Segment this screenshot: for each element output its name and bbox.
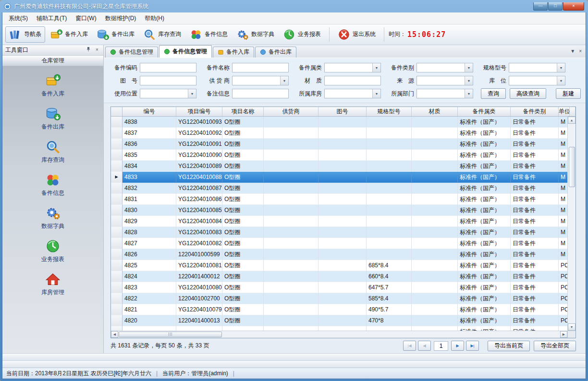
advanced-query-button[interactable]: 高级查询	[510, 88, 546, 99]
export-current-page-button[interactable]: 导出当前页	[488, 341, 530, 351]
menu-tools[interactable]: 辅助工具(T)	[32, 12, 71, 24]
table-row[interactable]: 4835 YG12204010090 O型圈 标准件（国产） 日常备件 M	[111, 150, 567, 161]
category-select[interactable]: ▼	[324, 63, 381, 72]
tab-parts-info-mgmt-1[interactable]: 备件信息管理	[105, 47, 158, 58]
page-number-input[interactable]	[434, 341, 448, 351]
toolbar-stock-query-button[interactable]: 库存查询	[139, 26, 185, 43]
supplier-select[interactable]: ▼	[232, 76, 289, 85]
sidebar-item-warehouse-mgmt[interactable]: 库房管理	[19, 272, 86, 297]
table-row[interactable]: 4836 YG12204010091 O型圈 标准件（国产） 日常备件 M	[111, 139, 567, 150]
first-page-button[interactable]: |◀	[403, 341, 416, 351]
tab-list-dropdown-icon[interactable]: ▼	[570, 48, 575, 54]
menu-system[interactable]: 系统(S)	[4, 12, 32, 24]
query-button[interactable]: 查询	[481, 88, 506, 99]
column-header[interactable]: 单位	[559, 107, 570, 116]
column-header[interactable]: 备件类别	[511, 107, 559, 116]
export-all-pages-button[interactable]: 导出全部页	[534, 341, 576, 351]
prev-page-button[interactable]: ◀	[418, 341, 431, 351]
tab-parts-info-mgmt-2[interactable]: 备件信息管理	[159, 45, 212, 58]
table-cell: O型圈	[222, 238, 264, 249]
part-name-input[interactable]	[232, 63, 289, 72]
table-row[interactable]: 4825 YG12204010081 O型圈 685*8.4 标准件（国产） 日…	[111, 260, 567, 271]
column-header[interactable]: 项目名称	[222, 107, 264, 116]
sidebar-item-parts-in[interactable]: 备件入库	[19, 73, 86, 98]
table-row[interactable]: 4832 YG12204010087 O型圈 标准件（国产） 日常备件 M	[111, 183, 567, 194]
table-cell	[318, 227, 367, 238]
scroll-down-icon[interactable]: ▼	[568, 323, 576, 331]
table-row[interactable]: 4834 YG12204010089 O型圈 标准件（国产） 日常备件 M	[111, 161, 567, 172]
tab-close-icon[interactable]: ×	[579, 48, 582, 54]
table-row[interactable]: 4821 YG12204010079 O型圈 490*5.7 标准件（国产） 日…	[111, 304, 567, 315]
horizontal-scrollbar[interactable]: ◀ ▶	[111, 331, 567, 338]
minimize-button[interactable]: —	[533, 2, 548, 11]
warehouse-select[interactable]: ▼	[324, 89, 381, 98]
menu-data[interactable]: 数据维护(D)	[101, 12, 141, 24]
vertical-scrollbar[interactable]: ▲ ▼	[567, 117, 576, 331]
department-select[interactable]: ▼	[416, 89, 473, 98]
table-row[interactable]: 4828 YG12204010083 O型圈 标准件（国产） 日常备件 M	[111, 227, 567, 238]
close-button[interactable]: ×	[563, 2, 584, 11]
table-row[interactable]: 4830 YG12204010085 O型圈 标准件（国产） 日常备件 M	[111, 205, 567, 216]
column-header[interactable]: 编号	[122, 107, 176, 116]
toolbar-exit-button[interactable]: 退出系统	[334, 26, 380, 43]
sidebar-item-stock-query[interactable]: 库存查询	[19, 139, 86, 164]
table-row[interactable]: 4820 1220401400013 O型圈 470*8 标准件（国产） 日常备…	[111, 315, 567, 326]
table-row[interactable]: 4831 YG12204010086 O型圈 标准件（国产） 日常备件 M	[111, 194, 567, 205]
column-header[interactable]: 图号	[318, 107, 367, 116]
scroll-up-icon[interactable]: ▲	[568, 117, 576, 124]
maximize-button[interactable]: □	[548, 2, 563, 11]
new-button[interactable]: 新建	[556, 88, 581, 99]
table-row[interactable]: 4823 YG12204010080 O型圈 647*5.7 标准件（国产） 日…	[111, 282, 567, 293]
table-row[interactable]: 4822 1220401002700 O型圈 585*8.4 标准件（国产） 日…	[111, 293, 567, 304]
menu-help[interactable]: 帮助(H)	[140, 12, 169, 24]
table-row[interactable]: 4826 1220401000599 O型圈 标准件（国产） 日常备件 M	[111, 249, 567, 260]
tab-parts-out[interactable]: 备件出库	[255, 47, 296, 58]
column-header[interactable]: 项目编号	[176, 107, 222, 116]
table-row[interactable]: 4837 YG12204010092 O型圈 标准件（国产） 日常备件 M	[111, 128, 567, 139]
location-select[interactable]: ▼	[509, 76, 565, 85]
material-input[interactable]	[324, 76, 381, 85]
scroll-right-icon[interactable]: ▶	[560, 331, 567, 338]
table-row[interactable]: 4838 YG12204010093 O型圈 标准件（国产） 日常备件 M	[111, 117, 567, 128]
remark-input[interactable]	[232, 89, 289, 98]
toolbar-navbar-button[interactable]: 导航条	[5, 26, 45, 43]
sidebar-group-warehouse[interactable]: 仓库管理	[2, 56, 103, 66]
part-code-input[interactable]	[140, 63, 196, 72]
column-header[interactable]: 材质	[412, 107, 458, 116]
table-cell	[264, 315, 318, 326]
horizontal-scroll-thumb[interactable]	[119, 332, 222, 337]
toolbar-parts-in-button[interactable]: 备件入库	[46, 26, 92, 43]
table-row[interactable]: 标准件（国产） 日常备件	[111, 326, 567, 331]
drawing-no-input[interactable]	[140, 76, 196, 85]
spec-select[interactable]: ▼	[509, 63, 565, 72]
tab-icon	[164, 48, 170, 55]
toolbar-parts-info-button[interactable]: 备件信息	[186, 26, 232, 43]
tab-parts-in[interactable]: 备件入库	[213, 47, 254, 58]
vertical-scroll-thumb[interactable]	[569, 147, 575, 187]
table-cell: 日常备件	[511, 315, 559, 326]
sidebar-close-icon[interactable]: ×	[94, 47, 100, 53]
toolbar-data-dict-button[interactable]: 数据字典	[233, 26, 278, 43]
pin-icon[interactable]	[85, 47, 92, 54]
sidebar-item-parts-out[interactable]: 备件出库	[19, 106, 86, 131]
column-header[interactable]: 规格型号	[367, 107, 412, 116]
column-header[interactable]: 备件属类	[458, 107, 511, 116]
menu-window[interactable]: 窗口(W)	[71, 12, 100, 24]
use-position-select[interactable]: ▼	[140, 89, 196, 98]
toolbar-parts-out-button[interactable]: 备件出库	[93, 26, 138, 43]
table-cell: YG12204010088	[176, 172, 222, 183]
sidebar-item-parts-info[interactable]: 备件信息	[19, 172, 86, 197]
table-row[interactable]: 4829 YG12204010084 O型圈 标准件（国产） 日常备件 M	[111, 216, 567, 227]
type-select[interactable]: ▼	[416, 63, 473, 72]
toolbar-report-button[interactable]: 业务报表	[279, 26, 325, 43]
table-row[interactable]: ▶ 4833 YG12204010088 O型圈 标准件（国产） 日常备件 M	[111, 172, 567, 183]
source-select[interactable]: ▼	[416, 76, 473, 85]
table-row[interactable]: 4827 YG12204010082 O型圈 标准件（国产） 日常备件 M	[111, 238, 567, 249]
sidebar-item-data-dict[interactable]: 数据字典	[19, 205, 86, 230]
scroll-left-icon[interactable]: ◀	[111, 331, 118, 338]
last-page-button[interactable]: ▶|	[466, 341, 479, 351]
next-page-button[interactable]: ▶	[451, 341, 464, 351]
column-header[interactable]: 供货商	[264, 107, 318, 116]
sidebar-item-report[interactable]: 业务报表	[19, 238, 86, 263]
table-row[interactable]: 4824 1220401400012 O型圈 660*8.4 标准件（国产） 日…	[111, 271, 567, 282]
